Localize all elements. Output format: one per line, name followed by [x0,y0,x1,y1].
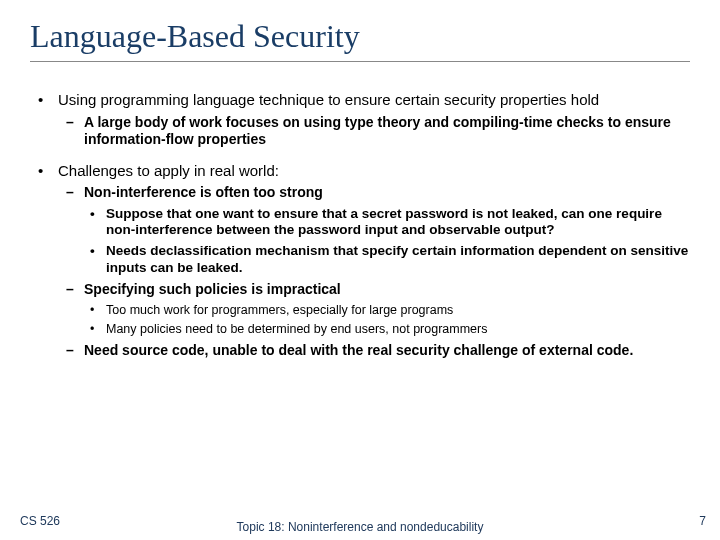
sub-bullet-item: Need source code, unable to deal with th… [58,342,690,360]
slide: Language-Based Security Using programmin… [0,0,720,359]
bullet-text: Suppose that one want to ensure that a s… [106,206,662,238]
bullet-list: Using programming language technique to … [30,90,690,359]
bullet-text: Non-interference is often too strong [84,184,323,200]
bullet-item: Using programming language technique to … [30,90,690,149]
sub-bullet-item: Specifying such policies is impractical … [58,281,690,338]
sub-sub-bullet-item: Too much work for programmers, especiall… [84,303,690,319]
bullet-text: A large body of work focuses on using ty… [84,114,671,148]
title-underline [30,61,690,62]
slide-title: Language-Based Security [30,18,690,55]
bullet-text: Need source code, unable to deal with th… [84,342,633,358]
bullet-item: Challenges to apply in real world: Non-i… [30,161,690,360]
bullet-text: Too much work for programmers, especiall… [106,303,453,317]
bullet-text: Using programming language technique to … [58,91,599,108]
bullet-text: Many policies need to be determined by e… [106,322,487,336]
sub-bullet-item: A large body of work focuses on using ty… [58,114,690,149]
footer-page-number: 7 [699,514,706,528]
sub-sub-bullet-item: Many policies need to be determined by e… [84,322,690,338]
bullet-text: Challenges to apply in real world: [58,162,279,179]
footer-topic: Topic 18: Noninterference and nondeducab… [0,520,720,534]
sub-sub-bullet-item: Needs declassification mechanism that sp… [84,243,690,277]
sub-bullet-item: Non-interference is often too strong Sup… [58,184,690,277]
bullet-text: Needs declassification mechanism that sp… [106,243,688,275]
bullet-text: Specifying such policies is impractical [84,281,341,297]
sub-sub-bullet-item: Suppose that one want to ensure that a s… [84,206,690,240]
